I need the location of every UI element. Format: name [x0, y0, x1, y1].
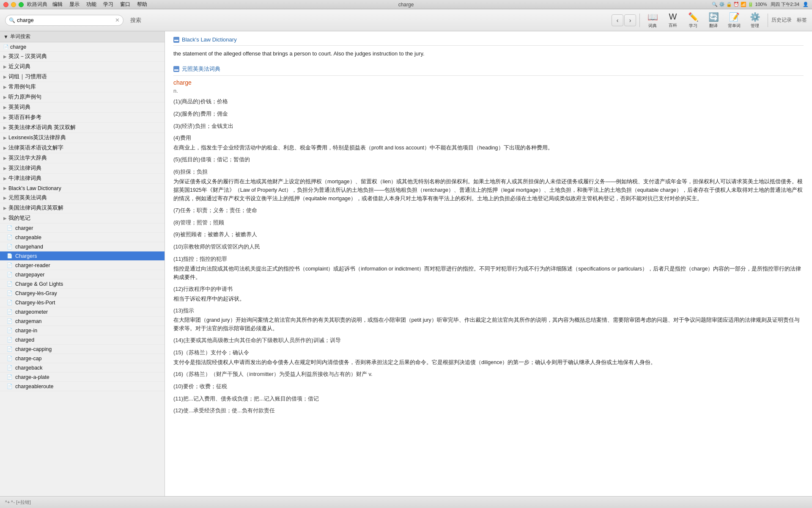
manage-label: 管理 — [751, 23, 759, 29]
sidebar-item-charged[interactable]: 📄 charged — [0, 335, 165, 345]
statusbar: ᴬ+ ᴬ- [+拉钳] — [0, 496, 812, 508]
sidebar-item-charge-capping[interactable]: 📄 charge-capping — [0, 345, 165, 354]
yuanzhao-dict-section: ▬ 元照英美法词典 charge n. (1)(商品的)价钱；价格(2)(服务的… — [173, 65, 804, 415]
def-text: 指控；指控的犯罪 — [183, 256, 227, 262]
yuanzhao-dict-name: 元照英美法词典 — [182, 65, 220, 73]
doc-icon: 📄 — [7, 328, 13, 333]
def-text: (经济)负担；金钱支出 — [180, 123, 233, 129]
minimize-button[interactable] — [11, 2, 16, 7]
translate-icon: 🔄 — [708, 12, 719, 22]
sidebar-item-chargeometer[interactable]: 📄 chargeometer — [0, 307, 165, 317]
sidebar-item-chargeback[interactable]: 📄 chargeback — [0, 363, 165, 373]
chevron-right-icon: ▶ — [3, 115, 7, 120]
menu-function[interactable]: 功能 — [86, 1, 96, 8]
sidebar-item-meifabiao[interactable]: ▶ 英美法律术语词典 英汉双解 — [0, 123, 165, 133]
sidebar-item-yinghanfaly[interactable]: ▶ 英汉法律词典 — [0, 163, 165, 174]
sidebar-item-chargey-les-port[interactable]: 📄 Chargey-lès-Port — [0, 298, 165, 307]
sidebar-item-label: Black's Law Dictionary — [8, 185, 61, 191]
sidebar-item-yinghan[interactable]: ▶ 英汉－汉英词典 — [0, 52, 165, 62]
sidebar-item-yinghanfaxue[interactable]: ▶ 英汉法学大辞典 — [0, 153, 165, 163]
sidebar-section-header[interactable]: ▼ 单词搜索 — [0, 31, 165, 42]
content-area: ▬ Black's Law Dictionary the statement o… — [165, 31, 812, 496]
dict-label: 词典 — [648, 23, 657, 29]
folder-icon: 📄 — [3, 44, 8, 49]
history-label[interactable]: 历史记录 — [771, 17, 792, 24]
blacks-dict-section: ▬ Black's Law Dictionary the statement o… — [173, 36, 804, 58]
menu-help[interactable]: 帮助 — [137, 1, 147, 8]
sidebar-item-meiguofa[interactable]: ▶ 美国法律词典汉英双解 — [0, 203, 165, 213]
menu-window[interactable]: 窗口 — [120, 1, 130, 8]
dict-button[interactable]: 📖 词典 — [643, 10, 662, 30]
sidebar-item-charge-go-lights[interactable]: 📄 Charge & Go! Lights — [0, 279, 165, 289]
forward-button[interactable]: › — [624, 14, 636, 26]
clear-icon[interactable]: ✕ — [115, 17, 120, 23]
doc-icon: 📄 — [7, 356, 13, 361]
sidebar-item-label: 英英词典 — [8, 104, 30, 111]
def-number: (6) — [173, 168, 180, 175]
maximize-button[interactable] — [19, 2, 24, 7]
sidebar-item-yingying[interactable]: ▶ 英英词典 — [0, 102, 165, 113]
sidebar-item-yuanzhao[interactable]: ▶ 元照英美法词典 — [0, 193, 165, 203]
sidebar-item-chargeman[interactable]: 📄 chargeman — [0, 317, 165, 326]
blacks-collapse-button[interactable]: ▬ — [173, 37, 179, 43]
doc-icon: 📄 — [7, 281, 13, 287]
sidebar-word-label: chargeometer — [15, 309, 48, 315]
sidebar-item-ciyi[interactable]: ▶ 近义词典 — [0, 62, 165, 72]
def-text: (抵目的)借项；借记；暂借的 — [180, 156, 250, 163]
doc-icon: 📄 — [7, 244, 13, 249]
def-note: 为保证债务或义务的履行而在土地或其他财产上设定的抵押权（mortgage）、留置… — [173, 177, 804, 203]
def-number: (10) — [173, 383, 183, 389]
sidebar-item-chargepayer[interactable]: 📄 chargepayer — [0, 270, 165, 279]
sidebar-item-label: 英汉－汉英词典 — [8, 53, 47, 60]
toolbar-separator — [639, 14, 640, 27]
bookmark-label[interactable]: 标签 — [797, 17, 807, 24]
def-number: (9) — [173, 231, 180, 237]
sidebar-item-chargers[interactable]: 📄 Chargers — [0, 251, 165, 261]
toolbar-icons: ‹ › 📖 词典 W 百科 ✏️ 学习 🔄 翻译 📝 背单词 ⚙️ 管理 历史记 — [612, 10, 807, 30]
manage-button[interactable]: ⚙️ 管理 — [746, 10, 764, 30]
chevron-right-icon: ▶ — [3, 64, 7, 69]
sidebar-item-chargey-les-gray[interactable]: 📄 Chargey-lès-Gray — [0, 289, 165, 298]
definition-item: (1)(商品的)价钱；价格 — [173, 97, 804, 106]
search-box[interactable]: 🔍 ✕ — [5, 15, 123, 26]
def-text: 把...记入费用、债务或负债；把...记入账目的借项；借记 — [183, 395, 319, 402]
menu-study[interactable]: 学习 — [103, 1, 113, 8]
definition-item: (15)（苏格兰）支付令；确认令支付令是指法院经债权人申请而发出的命令债务人在规… — [173, 348, 804, 367]
sidebar-item-blacks[interactable]: ▶ Black's Law Dictionary — [0, 184, 165, 193]
sidebar-item-cizu[interactable]: ▶ 词组｜习惯用语 — [0, 72, 165, 82]
translate-button[interactable]: 🔄 翻译 — [704, 10, 723, 30]
sidebar-item-chargeableroute[interactable]: 📄 chargeableroute — [0, 382, 165, 391]
sidebar-item-biji[interactable]: ▶ 我的笔记 — [0, 213, 165, 224]
sidebar-item-falvyingyu[interactable]: ▶ 法律英语术语说文解字 — [0, 143, 165, 153]
sidebar-item-niujinfa[interactable]: ▶ 牛津法律词典 — [0, 174, 165, 184]
sidebar-item-charger[interactable]: 📄 charger — [0, 224, 165, 233]
def-text: (主要或其他高级教士向其任命的下级教职人员所作的)训诫；训导 — [183, 337, 341, 343]
def-number: (11) — [173, 395, 183, 402]
menu-view[interactable]: 显示 — [69, 1, 80, 8]
close-button[interactable] — [3, 2, 8, 7]
doc-icon: 📄 — [7, 262, 13, 268]
sidebar-item-chargehand[interactable]: 📄 chargehand — [0, 242, 165, 251]
sidebar-item-charger-reader[interactable]: 📄 charger-reader — [0, 261, 165, 270]
sidebar-item-charge-in[interactable]: 📄 charge-in — [0, 326, 165, 335]
wiki-button[interactable]: W 百科 — [664, 10, 682, 30]
yuanzhao-collapse-button[interactable]: ▬ — [173, 66, 179, 72]
sidebar-item-label: 英美法律术语词典 英汉双解 — [8, 124, 76, 131]
sidebar-item-lexisnexis[interactable]: ▶ Lexisnexis英汉法律辞典 — [0, 133, 165, 143]
sidebar-item-tingshuo[interactable]: ▶ 听力原声例句 — [0, 92, 165, 102]
sidebar-word-label: charged — [15, 337, 34, 343]
vocab-button[interactable]: 📝 背单词 — [724, 10, 744, 30]
sidebar-item-charge-a-plate[interactable]: 📄 charge-a-plate — [0, 373, 165, 382]
doc-icon: 📄 — [7, 235, 13, 240]
sidebar-item-label: 美国法律词典汉英双解 — [8, 204, 63, 212]
menu-edit[interactable]: 编辑 — [52, 1, 63, 8]
sidebar-item-chargeable[interactable]: 📄 chargeable — [0, 233, 165, 242]
back-button[interactable]: ‹ — [612, 14, 623, 26]
search-input[interactable] — [17, 17, 113, 23]
vocab-icon: 📝 — [729, 12, 740, 22]
sidebar-item-changyong[interactable]: ▶ 常用例句库 — [0, 82, 165, 92]
study-button[interactable]: ✏️ 学习 — [684, 10, 702, 30]
sidebar-item-charge-cap[interactable]: 📄 charge-cap — [0, 354, 165, 363]
sidebar-item-baike[interactable]: ▶ 英语百科参考 — [0, 113, 165, 123]
def-number: (1) — [173, 98, 180, 105]
